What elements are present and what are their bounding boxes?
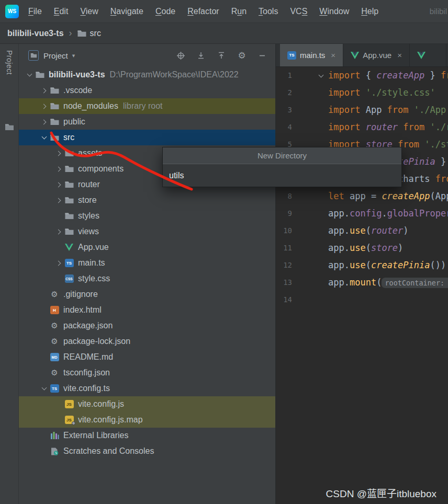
menu-item-vcs[interactable]: VCS — [290, 7, 307, 16]
menu-item-help[interactable]: Help — [361, 7, 378, 16]
menu-item-view[interactable]: View — [80, 7, 98, 16]
line-number[interactable]: 8 — [276, 188, 297, 205]
menu-item-run[interactable]: Run — [231, 7, 247, 16]
code-line[interactable]: 8let app = createApp(App) — [276, 188, 448, 205]
tree-row-readme-md[interactable]: MDREADME.md — [19, 349, 275, 365]
menu-item-file[interactable]: File — [28, 7, 42, 16]
tree-row-index-html[interactable]: Hindex.html — [19, 302, 275, 318]
directory-name-input[interactable]: utils — [163, 164, 401, 187]
settings-icon[interactable]: ⚙ — [237, 51, 247, 60]
line-number[interactable]: 14 — [276, 291, 297, 308]
tree-row--vscode[interactable]: .vscode — [19, 83, 275, 98]
chevron-right-icon[interactable] — [53, 164, 64, 174]
code-line[interactable]: 9app.config.globalProperties.$echarts = … — [276, 205, 448, 222]
fold-chevron-icon[interactable] — [319, 73, 324, 78]
line-number[interactable]: 10 — [276, 222, 297, 239]
folder-icon — [49, 87, 60, 94]
stripe-project-button[interactable]: Project — [5, 50, 14, 75]
chevron-right-icon[interactable] — [53, 195, 64, 205]
line-number[interactable]: 12 — [276, 257, 297, 274]
tree-row-styles[interactable]: styles — [19, 208, 275, 224]
line-number[interactable]: 1 — [276, 67, 297, 84]
tree-row-main-ts[interactable]: TSmain.ts — [19, 255, 275, 271]
line-number[interactable]: 9 — [276, 205, 297, 222]
tree-row-external-libraries[interactable]: External Libraries — [19, 428, 275, 443]
breadcrumb-item-project[interactable]: bilibili-vue3-ts — [7, 29, 64, 38]
folder-icon[interactable] — [5, 123, 14, 133]
chevron-spacer — [39, 446, 49, 456]
scratch-icon — [49, 448, 60, 455]
select-opened-file-icon[interactable] — [176, 51, 185, 60]
chevron-down-icon[interactable] — [39, 383, 49, 394]
code-line[interactable]: 2import './style.css' — [276, 84, 448, 101]
chevron-right-icon[interactable] — [39, 117, 49, 127]
code-line[interactable]: 14 — [276, 291, 448, 308]
chevron-right-icon[interactable] — [53, 148, 64, 158]
menu-item-edit[interactable]: Edit — [54, 7, 69, 16]
fold-region[interactable] — [297, 67, 328, 84]
project-panel-title[interactable]: Project — [43, 51, 68, 60]
chevron-spacer — [39, 336, 49, 347]
code-line[interactable]: 12app.use(createPinia()) — [276, 257, 448, 274]
tree-row-views[interactable]: views — [19, 224, 275, 239]
chevron-right-icon[interactable] — [39, 85, 49, 96]
code-text: app.mount(rootContainer: '#app') — [328, 274, 448, 291]
tree-label: README.md — [63, 352, 113, 362]
jsmap-icon: JS — [64, 416, 74, 424]
line-number[interactable]: 3 — [276, 101, 297, 119]
close-icon[interactable]: × — [397, 51, 402, 60]
chevron-right-icon[interactable] — [53, 179, 64, 190]
breadcrumb-item-src[interactable]: src — [90, 29, 101, 38]
menu-item-window[interactable]: Window — [319, 7, 349, 16]
chevron-down-icon[interactable] — [24, 70, 35, 80]
line-number[interactable]: 2 — [276, 84, 297, 101]
line-number[interactable]: 11 — [276, 239, 297, 257]
folder-icon — [64, 212, 74, 220]
chevron-right-icon[interactable] — [53, 226, 64, 237]
new-directory-popup: New Directory utils — [162, 147, 402, 187]
tree-row-scratches-and-consoles[interactable]: Scratches and Consoles — [19, 443, 275, 459]
code-line[interactable]: 13app.mount(rootContainer: '#app') — [276, 274, 448, 291]
chevron-right-icon[interactable] — [53, 258, 64, 268]
close-icon[interactable]: × — [331, 51, 335, 60]
code-text: let app = createApp(App) — [328, 188, 448, 205]
menu-item-navigate[interactable]: Navigate — [110, 7, 143, 16]
hide-panel-icon[interactable] — [257, 51, 267, 60]
folder-icon — [64, 228, 74, 235]
code-line[interactable]: 1import { createApp } from 'vue' — [276, 67, 448, 84]
code-line[interactable]: 3import App from './App.vue' — [276, 101, 448, 119]
tree-row-app-vue[interactable]: App.vue — [19, 239, 275, 255]
chevron-spacer — [39, 289, 49, 300]
tree-row-style-css[interactable]: CSSstyle.css — [19, 271, 275, 287]
chevron-down-icon[interactable]: ▾ — [72, 52, 75, 59]
code-line[interactable]: 4import router from './router' — [276, 119, 448, 136]
code-line[interactable]: 11app.use(store) — [276, 239, 448, 257]
tree-row-tsconfig-json[interactable]: ⚙tsconfig.json — [19, 365, 275, 381]
expand-all-icon[interactable] — [196, 51, 206, 60]
tree-row-package-lock-json[interactable]: ⚙package-lock.json — [19, 334, 275, 349]
collapse-all-icon[interactable] — [217, 51, 226, 60]
tree-row-package-json[interactable]: ⚙package.json — [19, 318, 275, 334]
editor-tab-partial[interactable] — [410, 44, 446, 66]
line-number[interactable]: 13 — [276, 274, 297, 291]
editor-tab-main-ts[interactable]: TSmain.ts× — [280, 44, 343, 66]
tree-row-node-modules[interactable]: node_moduleslibrary root — [19, 98, 275, 114]
tree-row-vite-config-ts[interactable]: TSvite.config.ts — [19, 381, 275, 396]
vue-icon — [417, 52, 425, 59]
menu-item-tools[interactable]: Tools — [259, 7, 278, 16]
tree-row-public[interactable]: public — [19, 114, 275, 130]
tree-row-src[interactable]: src — [19, 130, 275, 145]
tree-row-vite-config-js[interactable]: JSvite.config.js — [19, 396, 275, 412]
tree-row-store[interactable]: store — [19, 192, 275, 208]
editor-tab-app-vue[interactable]: App.vue× — [343, 44, 410, 66]
code-area[interactable]: 1import { createApp } from 'vue'2import … — [276, 67, 448, 308]
code-line[interactable]: 10app.use(router) — [276, 222, 448, 239]
line-number[interactable]: 4 — [276, 119, 297, 136]
menu-item-code[interactable]: Code — [155, 7, 175, 16]
chevron-down-icon[interactable] — [39, 132, 49, 143]
menu-item-refactor[interactable]: Refactor — [187, 7, 219, 16]
tree-row-bilibili-vue3-ts[interactable]: bilibili-vue3-tsD:\ProgramWorkSpace\IDEA… — [19, 67, 275, 83]
tree-row--gitignore[interactable]: ⚙.gitignore — [19, 287, 275, 302]
tree-row-vite-config-js-map[interactable]: JSvite.config.js.map — [19, 412, 275, 428]
chevron-right-icon[interactable] — [39, 101, 49, 111]
